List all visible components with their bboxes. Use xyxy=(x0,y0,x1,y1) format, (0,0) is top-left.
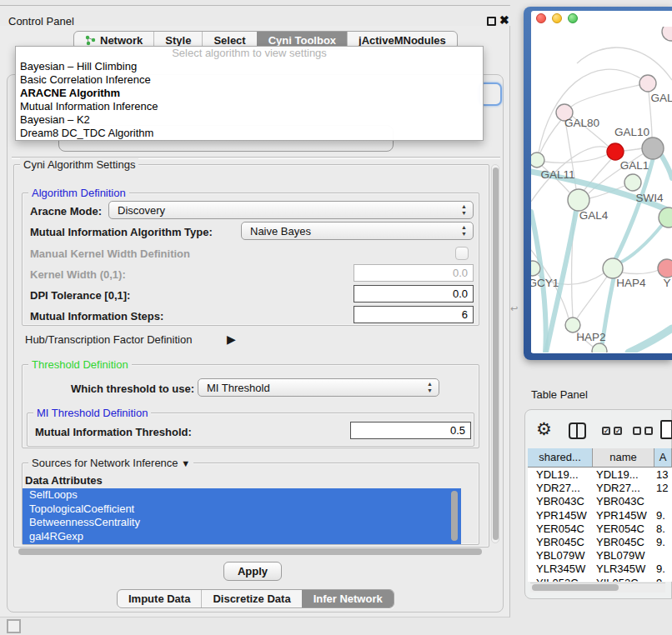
node-label: SWI4 xyxy=(635,192,663,204)
network-edge-thick[interactable] xyxy=(629,328,672,352)
network-node[interactable] xyxy=(607,143,624,160)
control-panel-titlebar: Control Panel ✖ xyxy=(0,6,510,26)
network-node-gal10[interactable] xyxy=(642,138,664,159)
tab-discretize-data[interactable]: Discretize Data xyxy=(201,590,301,608)
network-node[interactable] xyxy=(662,27,672,41)
algorithm-dropdown: Select algorithm to view settings Bayesi… xyxy=(15,46,484,141)
column-header[interactable]: A xyxy=(654,448,672,468)
network-edge[interactable] xyxy=(624,148,642,151)
panel-splitter-handle[interactable]: ↩ xyxy=(510,303,519,315)
attribute-item[interactable]: TopologicalCoefficient xyxy=(23,502,461,517)
tab-impute-data[interactable]: Impute Data xyxy=(118,590,201,608)
network-node-gal4[interactable] xyxy=(568,189,589,211)
network-canvas[interactable]: GALGAL80GAL10GAL1GAL11GAL4SWI4GCY1HAP4YH… xyxy=(531,27,672,352)
node-label: Y xyxy=(663,277,670,289)
attributes-scroll-thumb[interactable] xyxy=(451,491,458,541)
table-cell: 8. xyxy=(656,522,665,536)
checked-box-icon[interactable]: ✓ xyxy=(614,427,622,435)
algorithm-option[interactable]: Dream8 DC_TDC Algorithm xyxy=(16,127,483,140)
mi-type-value: Naive Bayes xyxy=(250,225,311,238)
table-row[interactable]: YDL19...YDL19...13 xyxy=(528,468,672,482)
network-node-y[interactable] xyxy=(658,259,672,278)
unchecked-box-icon[interactable] xyxy=(633,427,641,435)
algorithm-option[interactable]: Basic Correlation Inference xyxy=(16,73,483,87)
close-panel-icon[interactable]: ✖ xyxy=(499,13,509,27)
network-node-gal[interactable] xyxy=(639,75,656,92)
algorithm-option[interactable]: ARACNE Algorithm xyxy=(16,87,483,100)
apply-button[interactable]: Apply xyxy=(223,562,282,581)
table-row[interactable]: YIL052CYIL052C9. xyxy=(528,577,672,582)
table-cell: YLR345W xyxy=(536,562,585,576)
tab-infer-network[interactable]: Infer Network xyxy=(302,590,394,608)
mi-threshold-field[interactable]: 0.5 xyxy=(350,422,471,439)
aracne-mode-label: Aracne Mode: xyxy=(30,205,102,218)
node-label: GCY1 xyxy=(531,277,559,289)
mi-type-combo[interactable]: Naive Bayes ▲▼ xyxy=(241,222,474,240)
network-node-gal11[interactable] xyxy=(531,152,544,168)
document-icon[interactable] xyxy=(660,420,672,439)
data-attributes-label: Data Attributes xyxy=(25,474,103,487)
table-row[interactable]: YPR145WYPR145W9. xyxy=(528,509,672,522)
algorithm-option[interactable]: Bayesian – Hill Climbing xyxy=(16,60,483,73)
table-row[interactable]: YER054CYER054C8. xyxy=(528,522,672,536)
table-hscroll-thumb[interactable] xyxy=(532,584,619,591)
aracne-mode-value: Discovery xyxy=(118,204,165,217)
table-row[interactable]: YBL079WYBL079W xyxy=(528,549,672,562)
split-columns-icon[interactable] xyxy=(569,422,586,439)
float-grip-icon[interactable] xyxy=(7,619,21,633)
gear-icon[interactable]: ⚙ xyxy=(536,419,552,439)
unchecked-box-icon[interactable] xyxy=(644,427,653,435)
window-close-icon[interactable] xyxy=(536,13,546,23)
dpi-tolerance-field[interactable]: 0.0 xyxy=(354,285,474,302)
kernel-width-field[interactable]: 0.0 xyxy=(354,264,474,282)
sources-group-title[interactable]: Sources for Network Inference ▼ xyxy=(28,457,193,469)
settings-vscroll-thumb[interactable] xyxy=(493,168,499,540)
settings-hscroll-thumb[interactable] xyxy=(18,548,482,555)
node-label: GAL11 xyxy=(540,168,574,181)
table-row[interactable]: YLR345WYLR345W9. xyxy=(528,562,672,576)
column-header[interactable]: shared... xyxy=(528,448,593,468)
network-edge[interactable] xyxy=(539,69,640,152)
table-row[interactable]: YBR043CYBR043C xyxy=(528,495,672,508)
combo-spinner-icon: ▲▼ xyxy=(427,381,433,394)
table-row[interactable]: YBR045CYBR045C9. xyxy=(528,536,672,549)
attribute-item[interactable]: SelfLoops xyxy=(23,488,461,502)
bottom-tabbar: Impute DataDiscretize DataInfer Network xyxy=(117,589,394,608)
table-cell: YPR145W xyxy=(596,509,647,522)
network-edge-thick[interactable] xyxy=(661,155,672,178)
expand-right-icon[interactable]: ▶ xyxy=(227,332,236,346)
network-node-gal1[interactable] xyxy=(624,174,641,191)
table-cell: YBL079W xyxy=(596,549,645,562)
window-zoom-icon[interactable] xyxy=(568,13,578,23)
cyni-settings-group-title: Cyni Algorithm Settings xyxy=(20,158,138,171)
attribute-item[interactable]: gal4RGexp xyxy=(23,530,461,544)
network-node-gcy1[interactable] xyxy=(531,261,540,276)
column-header[interactable]: name xyxy=(593,448,654,468)
table-cell: YDR27... xyxy=(596,482,640,495)
aracne-mode-combo[interactable]: Discovery ▲▼ xyxy=(108,201,474,219)
mi-steps-field[interactable]: 6 xyxy=(354,306,474,323)
combo-spinner-icon: ▲▼ xyxy=(461,224,467,238)
table-cell: YBR045C xyxy=(596,536,644,549)
node-attribute-table[interactable]: shared...nameAYDL19...YDL19...13YDR27...… xyxy=(528,448,672,582)
network-node-hap4[interactable] xyxy=(603,258,623,278)
data-attributes-list[interactable]: SelfLoopsTopologicalCoefficientBetweenne… xyxy=(23,488,461,544)
network-edge[interactable] xyxy=(571,85,639,107)
network-node[interactable] xyxy=(592,343,607,352)
hub-definition-label[interactable]: Hub/Transcription Factor Definition xyxy=(25,333,192,346)
network-edge[interactable] xyxy=(577,48,672,80)
manual-kernel-checkbox[interactable] xyxy=(455,247,469,260)
node-label: GAL10 xyxy=(614,126,649,138)
attribute-item[interactable]: BetweennessCentrality xyxy=(23,516,461,530)
network-edge[interactable] xyxy=(622,270,659,273)
checked-box-icon[interactable]: ✓ xyxy=(602,427,610,435)
table-row[interactable]: YDR27...YDR27...12 xyxy=(528,482,672,495)
table-cell: YBR043C xyxy=(536,495,584,508)
which-threshold-combo[interactable]: MI Threshold ▲▼ xyxy=(198,378,439,397)
table-cell: YPR145W xyxy=(536,509,587,522)
network-edge[interactable] xyxy=(540,120,561,152)
float-window-icon[interactable] xyxy=(487,17,496,26)
algorithm-option[interactable]: Bayesian – K2 xyxy=(16,113,483,127)
algorithm-option[interactable]: Mutual Information Inference xyxy=(16,100,483,113)
window-minimize-icon[interactable] xyxy=(552,13,562,23)
